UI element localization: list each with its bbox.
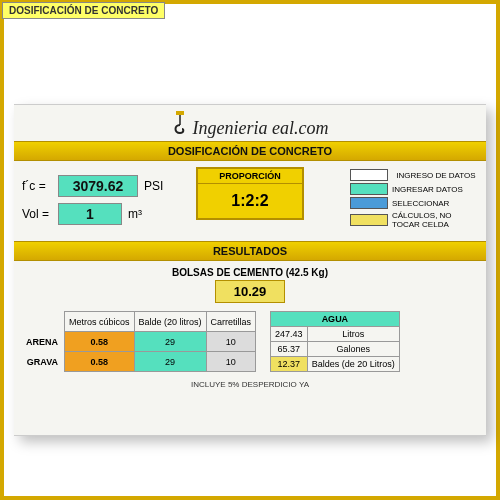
sheet: Ingenieria eal.com DOSIFICACIÓN DE CONCR… bbox=[14, 104, 486, 436]
fc-label: f´c = bbox=[22, 179, 58, 193]
row-arena: ARENA bbox=[22, 332, 65, 352]
table-row: 65.37 Galones bbox=[271, 342, 400, 357]
fc-field: f´c = 3079.62 PSI bbox=[22, 175, 202, 197]
legend-calculos: CÁLCULOS, NO TOCAR CELDA bbox=[350, 211, 480, 229]
inputs-row: f´c = 3079.62 PSI Vol = 1 m³ PROPORCIÓN … bbox=[14, 161, 486, 235]
logo-row: Ingenieria eal.com bbox=[14, 105, 486, 141]
bolsas-value: 10.29 bbox=[215, 280, 285, 303]
bolsas-block: BOLSAS DE CEMENTO (42.5 Kg) 10.29 bbox=[14, 267, 486, 303]
swatch-select bbox=[350, 197, 388, 209]
bolsas-label: BOLSAS DE CEMENTO (42.5 Kg) bbox=[14, 267, 486, 278]
legend-ingresar: INGRESAR DATOS bbox=[350, 183, 480, 195]
banner-results: RESULTADOS bbox=[14, 241, 486, 261]
legend-ingreso: INGRESO DE DATOS bbox=[350, 169, 480, 181]
materials-table: Metros cúbicos Balde (20 litros) Carreti… bbox=[22, 311, 256, 372]
col-m3: Metros cúbicos bbox=[65, 312, 135, 332]
table-row: ARENA 0.58 29 10 bbox=[22, 332, 256, 352]
svg-rect-0 bbox=[176, 111, 184, 115]
proportion-value: 1:2:2 bbox=[198, 184, 302, 218]
table-row: 247.43 Litros bbox=[271, 327, 400, 342]
banner-main: DOSIFICACIÓN DE CONCRETO bbox=[14, 141, 486, 161]
row-grava: GRAVA bbox=[22, 352, 65, 372]
agua-title: AGUA bbox=[271, 312, 400, 327]
footnote: INCLUYE 5% DESPERDICIO YA bbox=[14, 380, 486, 389]
swatch-input bbox=[350, 169, 388, 181]
top-tag: DOSIFICACIÓN DE CONCRETO bbox=[2, 2, 165, 19]
legend: INGRESO DE DATOS INGRESAR DATOS SELECCIO… bbox=[350, 167, 480, 231]
document-frame: DOSIFICACIÓN DE CONCRETO Ingenieria eal.… bbox=[0, 0, 500, 500]
agua-table: AGUA 247.43 Litros 65.37 Galones 12.37 B… bbox=[270, 311, 400, 372]
table-row: GRAVA 0.58 29 10 bbox=[22, 352, 256, 372]
vol-field: Vol = 1 m³ bbox=[22, 203, 202, 225]
col-carretillas: Carretillas bbox=[206, 312, 256, 332]
proportion-label: PROPORCIÓN bbox=[198, 169, 302, 184]
swatch-enter bbox=[350, 183, 388, 195]
inputs-left: f´c = 3079.62 PSI Vol = 1 m³ bbox=[22, 169, 202, 231]
fc-input[interactable]: 3079.62 bbox=[58, 175, 138, 197]
crane-hook-icon bbox=[171, 111, 189, 139]
legend-seleccionar: SELECCIONAR bbox=[350, 197, 480, 209]
fc-unit: PSI bbox=[144, 179, 163, 193]
col-balde: Balde (20 litros) bbox=[134, 312, 206, 332]
swatch-calc bbox=[350, 214, 388, 226]
brand-text: Ingenieria eal.com bbox=[193, 118, 329, 138]
table-row: 12.37 Baldes (de 20 Litros) bbox=[271, 357, 400, 372]
bottom-tables: Metros cúbicos Balde (20 litros) Carreti… bbox=[14, 307, 486, 374]
vol-input[interactable]: 1 bbox=[58, 203, 122, 225]
vol-unit: m³ bbox=[128, 207, 142, 221]
proportion-box: PROPORCIÓN 1:2:2 bbox=[196, 167, 304, 220]
vol-label: Vol = bbox=[22, 207, 58, 221]
